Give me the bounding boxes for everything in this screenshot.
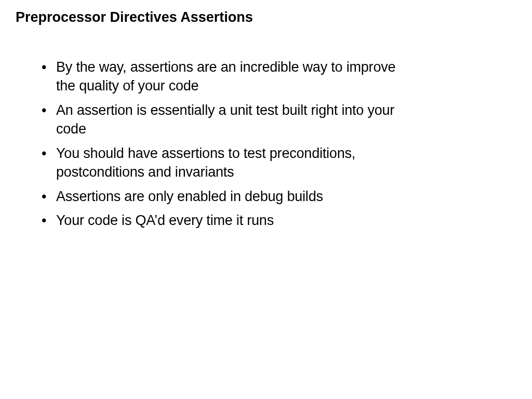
list-item: An assertion is essentially a unit test … [36, 101, 410, 139]
list-item: Your code is QA’d every time it runs [36, 211, 410, 230]
list-item: By the way, assertions are an incredible… [36, 58, 410, 96]
list-item: Assertions are only enabled in debug bui… [36, 187, 410, 206]
slide-title: Preprocessor Directives Assertions [16, 9, 516, 25]
slide-body: By the way, assertions are an incredible… [16, 58, 516, 230]
list-item: You should have assertions to test preco… [36, 144, 410, 182]
bullet-list: By the way, assertions are an incredible… [36, 58, 410, 230]
